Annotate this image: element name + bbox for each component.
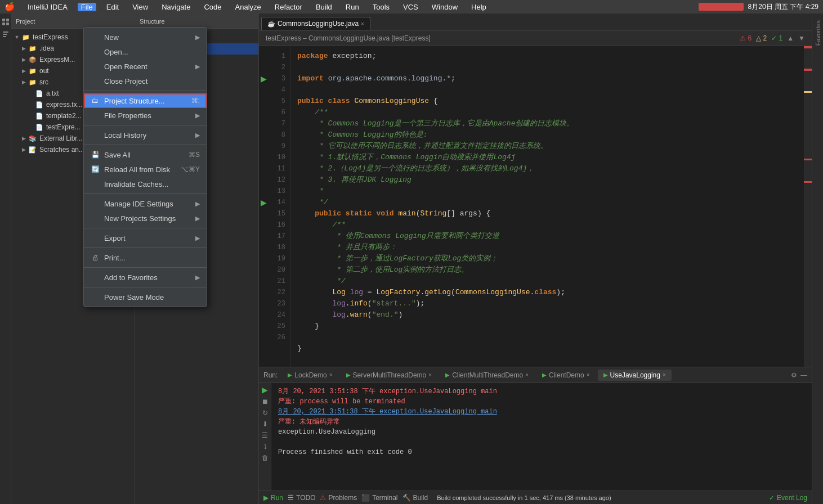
menu-window[interactable]: Window <box>428 3 461 11</box>
recent-icon <box>91 62 100 71</box>
code-area[interactable]: package exception; import org.apache.com… <box>290 46 804 367</box>
new-projects-icon <box>91 214 100 223</box>
menu-shortcut: ⌘; <box>191 97 200 105</box>
run-line-3[interactable]: 8月 20, 2021 3:51:38 下午 exception.UseJava… <box>278 407 805 417</box>
menu-separator-3 <box>84 145 207 145</box>
scroll-icon[interactable]: ⬇ <box>262 420 268 428</box>
run-tab-label: UseJavaLogging <box>610 371 660 379</box>
settings-icon[interactable]: ⚙ <box>791 371 797 379</box>
menu-intellij[interactable]: IntelliJ IDEA <box>24 3 71 11</box>
terminal-tab[interactable]: ⬛ Terminal <box>361 494 397 502</box>
filter-icon[interactable]: ☰ <box>262 431 268 439</box>
todo-tab[interactable]: ☰ TODO <box>288 494 315 502</box>
wrap-icon[interactable]: ⤵ <box>263 443 267 451</box>
favorites-label[interactable]: Favorites <box>813 18 822 48</box>
run-bottom-label: Run <box>271 494 283 502</box>
menu-item-print[interactable]: 🖨 Print... <box>84 250 207 265</box>
menu-item-power-save[interactable]: Power Save Mode <box>84 290 207 304</box>
menu-item-new[interactable]: New ▶ <box>84 30 207 44</box>
problems-tab[interactable]: ⚠ Problems <box>320 494 357 502</box>
run-bottom-button[interactable]: ▶ Run <box>263 494 283 502</box>
tab-close-icon[interactable]: × <box>361 21 364 27</box>
svg-rect-4 <box>3 32 8 33</box>
menu-analyze[interactable]: Analyze <box>232 3 265 11</box>
sidebar-structure-icon[interactable] <box>1 30 10 39</box>
run-tab-label: ClientDemo <box>549 371 584 379</box>
run-tab-clientdemo[interactable]: ▶ ClientDemo × <box>536 370 596 381</box>
menu-item-save-all[interactable]: 💾 Save All ⌘S <box>84 147 207 162</box>
menu-item-local-history[interactable]: Local History ▶ <box>84 128 207 142</box>
menu-item-new-projects[interactable]: New Projects Settings ▶ <box>84 211 207 226</box>
menu-item-open[interactable]: Open... <box>84 44 207 59</box>
menu-run[interactable]: Run <box>342 3 363 11</box>
menu-item-add-favorites[interactable]: Add to Favorites ▶ <box>84 270 207 285</box>
run-tab-label: ServerMultiThreadDemo <box>353 371 427 379</box>
save-icon: 💾 <box>91 150 100 159</box>
main-layout: Project ▼ 📁 testExpress ▶ 📁 .idea ▶ 📦 Ex… <box>0 14 823 504</box>
right-margin <box>804 46 812 367</box>
menu-code[interactable]: Code <box>200 3 225 11</box>
run-tab-clientmt[interactable]: ▶ ClientMultiThreadDemo × <box>440 370 534 381</box>
status-text: Build completed successfully in 1 sec, 4… <box>437 494 764 501</box>
menu-tools[interactable]: Tools <box>369 3 393 11</box>
menu-item-label: Print... <box>104 254 200 262</box>
menu-help[interactable]: Help <box>468 3 490 11</box>
run-tab-close[interactable]: × <box>428 372 432 378</box>
run-tab-close[interactable]: × <box>663 372 666 378</box>
event-log[interactable]: ✓ Event Log <box>769 494 807 502</box>
project-structure-icon: 🗂 <box>91 96 100 105</box>
cache-icon <box>91 179 100 188</box>
folder-icon: 📁 <box>28 78 37 87</box>
menu-item-label: Power Save Mode <box>104 293 200 302</box>
menu-separator-4 <box>84 194 207 194</box>
menu-item-label: Reload All from Disk <box>104 165 172 174</box>
run-tab-close[interactable]: × <box>587 372 590 378</box>
sidebar-project-icon[interactable] <box>1 18 10 27</box>
editor-content[interactable]: ▶ ▶ <box>259 46 812 367</box>
ok-count: ✓ 1 <box>771 34 782 42</box>
run-line-2: 严重: process will be terminated <box>278 397 805 407</box>
favorites-sidebar: Favorites <box>812 14 823 504</box>
menu-refactor[interactable]: Refactor <box>271 3 306 11</box>
menu-view[interactable]: View <box>129 3 151 11</box>
minimize-icon[interactable]: — <box>800 371 807 379</box>
stop-icon[interactable]: ⏹ <box>262 398 269 406</box>
problems-label: Problems <box>328 494 357 502</box>
submenu-arrow-icon: ▶ <box>195 63 200 70</box>
menu-item-reload[interactable]: 🔄 Reload All from Disk ⌥⌘Y <box>84 162 207 177</box>
menu-item-label: Open... <box>104 48 200 56</box>
menu-item-manage-ide[interactable]: Manage IDE Settings ▶ <box>84 196 207 211</box>
terminal-icon: ⬛ <box>361 494 370 502</box>
build-tab[interactable]: 🔨 Build <box>402 494 428 502</box>
run-tab-close[interactable]: × <box>525 372 529 378</box>
menu-build[interactable]: Build <box>312 3 336 11</box>
menu-item-project-structure[interactable]: 🗂 Project Structure... ⌘; <box>84 93 207 108</box>
menu-item-open-recent[interactable]: Open Recent ▶ <box>84 59 207 74</box>
run-tab-servermt[interactable]: ▶ ServerMultiThreadDemo × <box>341 370 438 381</box>
favorites-icon <box>91 273 100 282</box>
svg-rect-6 <box>3 36 6 37</box>
menu-item-file-properties[interactable]: File Properties ▶ <box>84 108 207 123</box>
play-icon[interactable]: ▶ <box>262 385 268 394</box>
menu-item-invalidate[interactable]: Invalidate Caches... <box>84 177 207 191</box>
scroll-down-icon[interactable]: ▼ <box>798 34 805 42</box>
menu-vcs[interactable]: VCS <box>400 3 422 11</box>
run-tab-lockdemo[interactable]: ▶ LockDemo × <box>282 370 338 381</box>
folder-icon: 📁 <box>28 44 37 53</box>
menu-navigate[interactable]: Navigate <box>158 3 194 11</box>
menu-item-close-project[interactable]: Close Project <box>84 74 207 88</box>
editor-tab-active[interactable]: ☕ CommonsLoggingUse.java × <box>261 17 370 30</box>
print-icon: 🖨 <box>91 253 100 262</box>
editor-title: testExpress – CommonsLoggingUse.java [te… <box>266 34 431 42</box>
tab-label: CommonsLoggingUse.java <box>278 20 359 28</box>
run-tab-label: LockDemo <box>294 371 326 379</box>
menu-item-label: Manage IDE Settings <box>104 200 191 208</box>
menu-item-export[interactable]: Export ▶ <box>84 231 207 245</box>
run-tab-close[interactable]: × <box>329 372 333 378</box>
menu-file[interactable]: File <box>78 3 96 11</box>
clear-icon[interactable]: 🗑 <box>262 454 269 462</box>
rerun-icon[interactable]: ↻ <box>262 409 268 417</box>
menu-edit[interactable]: Edit <box>103 3 122 11</box>
run-tab-usejavalogging[interactable]: ▶ UseJavaLogging × <box>598 370 672 381</box>
scroll-up-icon[interactable]: ▲ <box>787 34 794 42</box>
